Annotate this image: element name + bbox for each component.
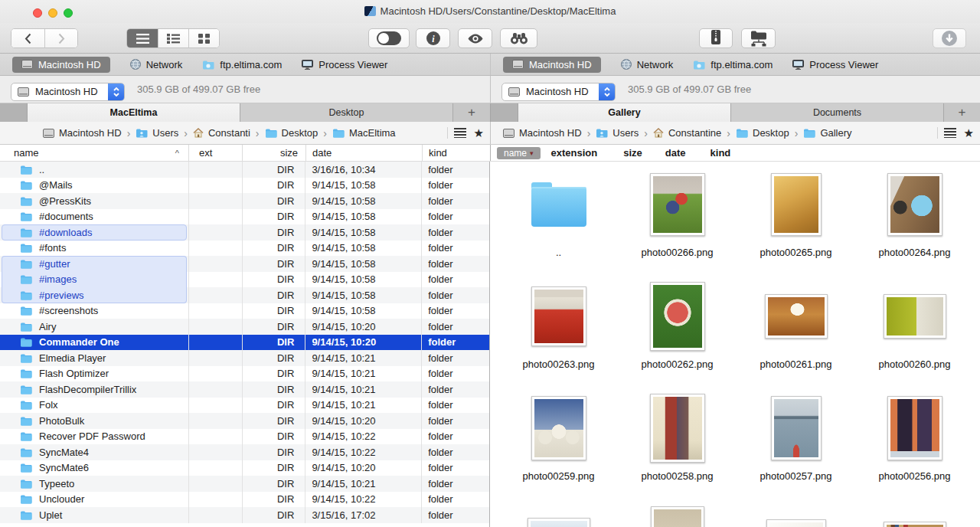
sort-by-date[interactable]: date: [665, 147, 686, 159]
device-tab-macintosh-hd[interactable]: Macintosh HD: [503, 57, 601, 73]
breadcrumb-macintosh-hd[interactable]: Macintosh HD: [503, 127, 582, 139]
sort-by-size[interactable]: size: [623, 147, 642, 159]
file-row-airy[interactable]: AiryDIR9/14/15, 10:20folder: [0, 319, 489, 335]
file-row-elmedia-player[interactable]: Elmedia PlayerDIR9/14/15, 10:21folder: [0, 350, 489, 366]
file-row-mails[interactable]: @MailsDIR9/14/15, 10:58folder: [0, 178, 489, 194]
path-menu-icon[interactable]: [944, 128, 956, 138]
preview-button[interactable]: [458, 28, 492, 48]
breadcrumb-users[interactable]: Users: [596, 127, 639, 139]
right-drive-selector[interactable]: Macintosh HD: [501, 83, 616, 101]
file-row-unclouder[interactable]: UnclouderDIR9/14/15, 10:22folder: [0, 492, 489, 508]
device-tab-process-viewer[interactable]: Process Viewer: [302, 57, 387, 73]
device-tab-network[interactable]: Network: [621, 57, 674, 73]
breadcrumb-constanti[interactable]: Constanti: [193, 127, 250, 139]
gallery-item-photo00263-png[interactable]: photo00263.png: [499, 273, 618, 385]
file-row-screenshots[interactable]: #screenshotsDIR9/14/15, 10:58folder: [0, 303, 489, 319]
network-connections-button[interactable]: [741, 28, 776, 48]
file-row-syncmate6[interactable]: SyncMate6DIR9/14/15, 10:20folder: [0, 460, 489, 476]
back-button[interactable]: [11, 29, 44, 47]
detail-view-button[interactable]: [158, 29, 188, 47]
photo-thumbnail: [884, 294, 946, 339]
gallery-item-photo00259-png[interactable]: photo00259.png: [499, 385, 618, 497]
breadcrumb-desktop[interactable]: Desktop: [265, 127, 318, 139]
gallery-item-photo00256-png[interactable]: photo00256.png: [855, 385, 974, 497]
breadcrumb-desktop[interactable]: Desktop: [736, 127, 789, 139]
path-menu-icon[interactable]: [454, 128, 466, 138]
file-row-presskits[interactable]: @PressKitsDIR9/14/15, 10:58folder: [0, 193, 489, 209]
file-row-gutter[interactable]: #gutterDIR9/14/15, 10:58folder: [0, 256, 489, 272]
breadcrumb-maceltima[interactable]: MacEltima: [332, 127, 396, 139]
left-breadcrumb-bar: Macintosh HD›Users›Constanti›Desktop›Mac…: [0, 122, 490, 144]
device-tab-ftp-eltima-com[interactable]: ftp.eltima.com: [202, 57, 282, 73]
file-row-fonts[interactable]: #fontsDIR9/14/15, 10:58folder: [0, 241, 489, 257]
file-row-syncmate4[interactable]: SyncMate4DIR9/14/15, 10:22folder: [0, 444, 489, 460]
gallery-item-item[interactable]: [618, 497, 737, 527]
search-button[interactable]: [500, 28, 537, 48]
downloads-button[interactable]: [933, 28, 966, 48]
file-row-downloads[interactable]: #downloadsDIR9/14/15, 10:58folder: [0, 224, 489, 241]
file-name-cell: @PressKits: [0, 193, 189, 209]
device-tab-process-viewer[interactable]: Process Viewer: [792, 57, 878, 73]
device-tab-macintosh-hd[interactable]: Macintosh HD: [12, 57, 110, 73]
device-tab-network[interactable]: Network: [130, 57, 183, 73]
right-drive-stepper[interactable]: [599, 83, 615, 100]
gallery-item-item[interactable]: [499, 497, 618, 527]
sort-by-kind[interactable]: kind: [710, 147, 731, 159]
gallery-item-photo00261-png[interactable]: photo00261.png: [737, 273, 855, 385]
file-row-flashdecompilertrillix[interactable]: FlashDecompilerTrillixDIR9/14/15, 10:21f…: [0, 381, 489, 398]
dual-pane-toggle-button[interactable]: [368, 28, 410, 48]
breadcrumb-users[interactable]: Users: [136, 127, 178, 139]
column-header-size[interactable]: size: [243, 145, 306, 161]
file-row-uplet[interactable]: UpletDIR3/15/16, 17:02folder: [0, 507, 489, 523]
file-kind-cell: folder: [422, 209, 489, 225]
file-row-photobulk[interactable]: PhotoBulkDIR9/14/15, 10:20folder: [0, 413, 489, 429]
file-row-previews[interactable]: #previewsDIR9/14/15, 10:58folder: [0, 287, 489, 303]
column-header-kind[interactable]: kind: [423, 145, 490, 161]
gallery-item-item[interactable]: [855, 497, 974, 527]
sort-by-name-pill[interactable]: name▾: [497, 147, 541, 159]
file-row-commander-one[interactable]: Commander OneDIR9/14/15, 10:20folder: [0, 335, 489, 351]
left-new-tab-button[interactable]: +: [453, 103, 490, 122]
file-row-images[interactable]: #imagesDIR9/14/15, 10:58folder: [0, 272, 489, 288]
file-row-recover-pdf-password[interactable]: Recover PDF PasswordDIR9/14/15, 10:22fol…: [0, 429, 489, 445]
list-view-button[interactable]: [127, 29, 158, 47]
gallery-item-photo00264-png[interactable]: photo00264.png: [855, 162, 974, 273]
file-row-folx[interactable]: FolxDIR9/14/15, 10:21folder: [0, 398, 489, 414]
gallery-item-item[interactable]: [737, 497, 855, 527]
file-row-flash-optimizer[interactable]: Flash OptimizerDIR9/14/15, 10:21folder: [0, 366, 489, 382]
left-drive-selector[interactable]: Macintosh HD: [11, 83, 125, 101]
breadcrumb-gallery[interactable]: Gallery: [803, 127, 851, 139]
breadcrumb-constantine[interactable]: Constantine: [653, 127, 721, 139]
gallery-item-photo00266-png[interactable]: photo00266.png: [618, 162, 737, 273]
tab-documents[interactable]: Documents: [731, 103, 944, 122]
column-header-ext[interactable]: ext: [189, 145, 243, 161]
favorites-star-icon[interactable]: ★: [964, 127, 974, 139]
gallery-item-photo00260-png[interactable]: photo00260.png: [855, 273, 974, 385]
file-row-documents[interactable]: #documentsDIR9/14/15, 10:58folder: [0, 209, 489, 225]
thumbnail-view-button[interactable]: [188, 29, 219, 47]
file-row-typeeto[interactable]: TypeetoDIR9/14/15, 10:21folder: [0, 476, 489, 492]
device-tab-ftp-eltima-com[interactable]: ftp.eltima.com: [693, 57, 773, 73]
tab-desktop[interactable]: Desktop: [240, 103, 453, 122]
info-button[interactable]: i: [416, 28, 450, 48]
breadcrumb-macintosh-hd[interactable]: Macintosh HD: [43, 127, 122, 139]
file-row-item[interactable]: ..DIR3/16/16, 10:34folder: [0, 162, 489, 178]
archive-button[interactable]: [699, 28, 733, 48]
gallery-item-parent-folder[interactable]: ..: [499, 162, 618, 273]
left-drive-stepper[interactable]: [108, 83, 124, 100]
column-header-date[interactable]: date: [306, 145, 423, 161]
gallery-item-photo00258-png[interactable]: photo00258.png: [618, 385, 737, 497]
gallery-item-photo00262-png[interactable]: photo00262.png: [618, 273, 737, 385]
sort-by-extension[interactable]: extension: [551, 147, 598, 159]
forward-button[interactable]: [44, 29, 77, 47]
favorites-star-icon[interactable]: ★: [474, 127, 484, 139]
tab-gallery[interactable]: Gallery: [518, 103, 731, 122]
file-date-cell: 9/14/15, 10:20: [305, 460, 422, 476]
right-new-tab-button[interactable]: +: [944, 103, 980, 122]
tab-maceltima[interactable]: MacEltima: [28, 103, 240, 122]
file-date-cell: 9/14/15, 10:21: [305, 476, 422, 492]
file-ext-cell: [189, 319, 243, 335]
gallery-item-photo00257-png[interactable]: photo00257.png: [737, 385, 855, 497]
gallery-item-photo00265-png[interactable]: photo00265.png: [737, 162, 855, 273]
column-header-name[interactable]: name^: [0, 145, 189, 161]
